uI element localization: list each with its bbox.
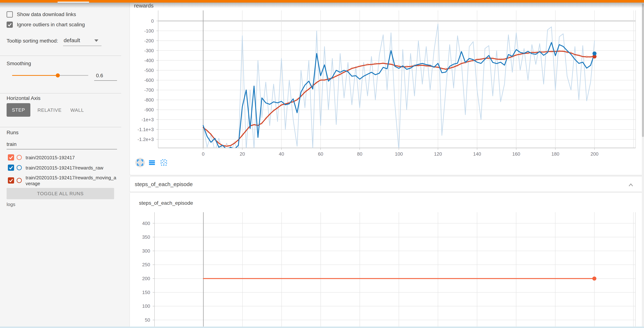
svg-text:160: 160 [512, 151, 520, 157]
svg-text:-700: -700 [144, 87, 154, 93]
svg-text:0: 0 [151, 18, 154, 24]
svg-text:100: 100 [142, 303, 150, 309]
svg-text:60: 60 [318, 151, 323, 157]
tensorboard-page: Show data download links Ignore outliers… [0, 0, 644, 328]
svg-text:100: 100 [395, 151, 403, 157]
svg-text:180: 180 [552, 151, 559, 157]
svg-text:350: 350 [142, 234, 150, 240]
svg-text:-200: -200 [144, 38, 154, 43]
svg-text:-500: -500 [144, 68, 154, 73]
svg-text:-1e+3: -1e+3 [142, 117, 154, 122]
svg-text:300: 300 [142, 248, 150, 254]
svg-text:200: 200 [590, 151, 598, 157]
svg-text:0: 0 [202, 151, 204, 157]
series-end-dot [592, 277, 596, 281]
svg-text:-1.1e+3: -1.1e+3 [138, 127, 154, 132]
svg-text:-400: -400 [144, 58, 154, 63]
scrollbar-thumb[interactable] [642, 4, 644, 137]
svg-text:-1.2e+3: -1.2e+3 [138, 137, 154, 142]
svg-text:80: 80 [357, 151, 362, 157]
svg-text:200: 200 [142, 276, 150, 281]
svg-text:-600: -600 [144, 77, 154, 83]
svg-text:-100: -100 [144, 28, 154, 34]
chart-2-group: 40035030025020015010050 [142, 212, 636, 328]
svg-text:120: 120 [434, 151, 442, 157]
svg-text:20: 20 [240, 151, 245, 157]
svg-text:-800: -800 [144, 97, 154, 103]
svg-text:-900: -900 [144, 107, 154, 113]
svg-text:150: 150 [142, 290, 150, 295]
charts-svg-layer[interactable]: 0-100-200-300-400-500-600-700-800-900-1e… [0, 0, 644, 328]
svg-text:40: 40 [279, 151, 284, 157]
svg-text:400: 400 [142, 221, 150, 226]
svg-text:-300: -300 [144, 48, 154, 53]
svg-text:50: 50 [145, 317, 150, 323]
bottom-edge-band [0, 327, 644, 328]
svg-text:140: 140 [473, 151, 481, 157]
svg-text:250: 250 [142, 262, 150, 267]
chart-1-group: 0-100-200-300-400-500-600-700-800-900-1e… [138, 10, 636, 157]
series-end-dot [592, 51, 596, 55]
